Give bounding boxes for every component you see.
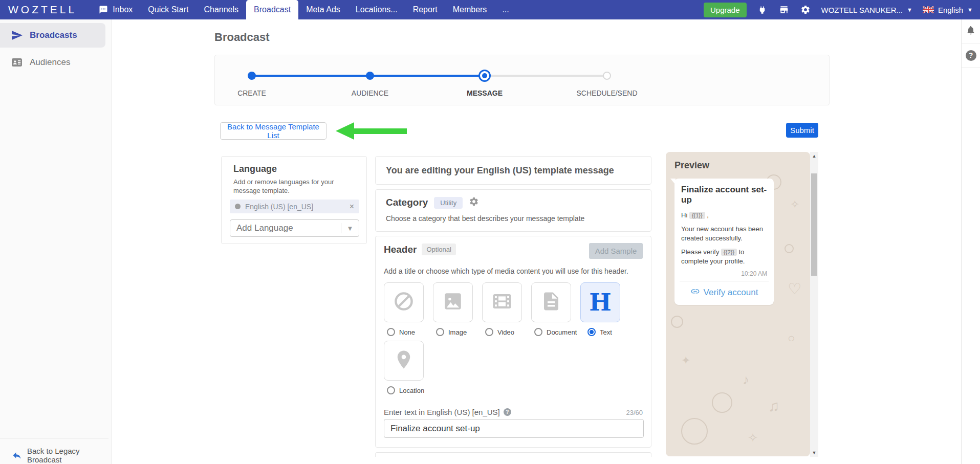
store-icon[interactable]: [778, 4, 790, 15]
header-panel: Header Optional Add Sample Add a title o…: [375, 236, 651, 448]
bubble-paragraph-1: Your new account has been created succes…: [681, 225, 767, 242]
add-language-placeholder: Add Language: [236, 223, 293, 233]
language-label: English: [938, 6, 963, 14]
add-language-select[interactable]: Add Language ▼: [230, 219, 359, 237]
link-icon: [690, 286, 700, 299]
nav-item-quick-start[interactable]: Quick Start: [140, 0, 196, 19]
variable-chip-1: {{1}}: [689, 212, 705, 219]
help-tooltip-icon[interactable]: ?: [504, 408, 511, 416]
nav-item-label: Channels: [204, 5, 238, 14]
nav-item-broadcast[interactable]: Broadcast: [246, 0, 298, 19]
nav-item-label: Quick Start: [148, 5, 188, 14]
location-pin-icon: [393, 349, 415, 372]
app-window: WOZTELL Inbox Quick Start Channels Broad…: [0, 0, 980, 464]
radio-location[interactable]: Location: [387, 386, 424, 394]
nav-item-label: Report: [413, 5, 438, 14]
step-dot-message[interactable]: [478, 70, 491, 82]
editing-banner-text: You are editing your English (US) templa…: [386, 165, 614, 176]
verify-account-label: Verify account: [704, 288, 758, 298]
vertical-scrollbar[interactable]: ▲ ▼: [810, 152, 818, 457]
nav-item-channels[interactable]: Channels: [196, 0, 246, 19]
scroll-up-arrow[interactable]: ▲: [810, 152, 818, 160]
notifications-button[interactable]: [962, 19, 980, 43]
scrollbar-thumb[interactable]: [811, 173, 817, 276]
back-to-message-template-list-button[interactable]: Back to Message Template List: [220, 122, 326, 140]
text-header-icon: H: [589, 291, 611, 314]
doodle-star: ✧: [790, 198, 799, 211]
radio-label-video: Video: [497, 328, 514, 336]
integrations-plug-icon[interactable]: [757, 4, 768, 15]
sidebar-item-broadcasts[interactable]: Broadcasts: [0, 23, 105, 48]
add-sample-button[interactable]: Add Sample: [589, 243, 643, 259]
settings-gear-icon[interactable]: [800, 4, 811, 15]
nav-item-label: Members: [453, 5, 487, 14]
radio-label-location: Location: [399, 387, 424, 394]
step-label-audience: AUDIENCE: [329, 89, 411, 97]
nav-item-members[interactable]: Members: [445, 0, 495, 19]
radio-video[interactable]: Video: [485, 328, 514, 336]
media-option-none[interactable]: [384, 282, 424, 322]
nav-item-meta-ads[interactable]: Meta Ads: [298, 0, 348, 19]
radio-image[interactable]: Image: [436, 328, 467, 336]
back-to-legacy-broadcast-link[interactable]: Back to Legacy Broadcast: [0, 445, 112, 464]
message-timestamp: 10:20 AM: [681, 270, 767, 277]
greeting-text: Hi: [681, 211, 687, 219]
nav-item-inbox[interactable]: Inbox: [90, 0, 140, 19]
language-status-dot: [235, 204, 241, 209]
account-menu[interactable]: WOZTELL SANUKER... ▼: [821, 6, 912, 14]
radio-none[interactable]: None: [387, 328, 415, 336]
step-dot-create[interactable]: [248, 72, 256, 80]
radio-circle[interactable]: [534, 328, 542, 336]
doodle-drop: ○: [788, 331, 795, 345]
preview-message-bubble: Finalize account set-up Hi {{1}} , Your …: [674, 179, 774, 305]
bubble-paragraph-2: Please verify {{2}} to complete your pro…: [681, 248, 767, 266]
media-option-video[interactable]: [482, 282, 522, 322]
radio-circle[interactable]: [387, 386, 395, 394]
upgrade-button[interactable]: Upgrade: [704, 3, 747, 17]
radio-label-text: Text: [600, 328, 612, 336]
doodle-heart: ♡: [788, 280, 801, 298]
radio-circle[interactable]: [436, 328, 444, 336]
main-menu: Inbox Quick Start Channels Broadcast Met…: [90, 0, 517, 19]
help-button[interactable]: ?: [962, 43, 980, 68]
header-text-input[interactable]: [384, 419, 644, 438]
media-option-location[interactable]: [384, 341, 424, 381]
step-label-message: MESSAGE: [444, 89, 526, 97]
bubble-greeting: Hi {{1}} ,: [681, 211, 767, 220]
language-panel: Language Add or remove languages for you…: [221, 156, 367, 244]
bell-icon: [966, 25, 976, 37]
verify-account-button[interactable]: Verify account: [681, 281, 767, 301]
radio-document[interactable]: Document: [534, 328, 577, 336]
media-option-image[interactable]: [433, 282, 473, 322]
sidebar-divider: [0, 438, 108, 438]
nav-item-more[interactable]: ...: [494, 0, 516, 19]
nav-item-report[interactable]: Report: [405, 0, 445, 19]
document-icon: [540, 291, 562, 314]
step-dot-schedule[interactable]: [603, 72, 611, 80]
nav-item-label: Locations...: [356, 5, 398, 14]
step-dot-audience[interactable]: [366, 72, 374, 80]
scroll-down-arrow[interactable]: ▼: [810, 449, 818, 457]
category-settings-gear-icon[interactable]: [469, 196, 479, 209]
radio-circle[interactable]: [485, 328, 493, 336]
radio-circle-checked[interactable]: [587, 328, 596, 336]
sidebar-item-audiences[interactable]: Audiences: [0, 51, 105, 74]
sidebar-item-label: Audiences: [30, 57, 70, 68]
reply-arrow-icon: [12, 450, 22, 460]
submit-button[interactable]: Submit: [786, 123, 818, 138]
media-option-document[interactable]: [531, 282, 571, 322]
doodle-star: ✧: [748, 431, 758, 445]
wizard-stepper: CREATE AUDIENCE MESSAGE SCHEDULE/SEND: [214, 55, 830, 105]
media-option-text[interactable]: H: [580, 282, 620, 322]
nav-item-locations[interactable]: Locations...: [348, 0, 405, 19]
radio-label-document: Document: [547, 328, 577, 336]
remove-language-icon[interactable]: ×: [350, 202, 354, 211]
doodle-circle: [712, 392, 732, 413]
radio-text-selected[interactable]: Text: [587, 328, 612, 336]
selected-language-chip[interactable]: English (US) [en_US] ×: [230, 200, 359, 213]
uk-flag-icon: [923, 6, 934, 13]
radio-circle[interactable]: [387, 328, 395, 336]
sidebar-item-label: Broadcasts: [30, 30, 77, 40]
sidebar: Broadcasts Audiences Back to Legacy Broa…: [0, 19, 112, 464]
language-menu[interactable]: English ▼: [923, 6, 973, 14]
